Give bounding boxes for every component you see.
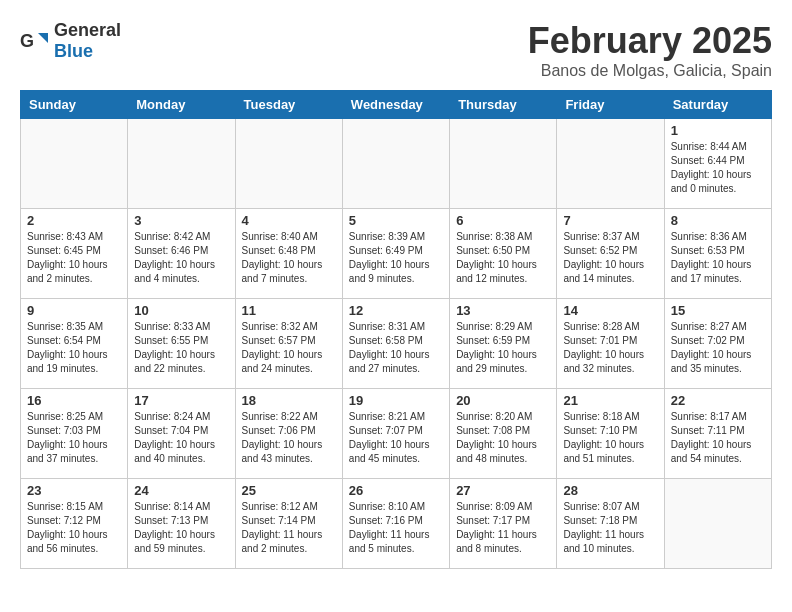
day-number: 5 [349, 213, 443, 228]
header: G General Blue February 2025 Banos de Mo… [20, 20, 772, 80]
calendar-cell: 21Sunrise: 8:18 AM Sunset: 7:10 PM Dayli… [557, 389, 664, 479]
calendar-cell: 5Sunrise: 8:39 AM Sunset: 6:49 PM Daylig… [342, 209, 449, 299]
calendar-cell: 11Sunrise: 8:32 AM Sunset: 6:57 PM Dayli… [235, 299, 342, 389]
calendar-cell: 17Sunrise: 8:24 AM Sunset: 7:04 PM Dayli… [128, 389, 235, 479]
day-info: Sunrise: 8:14 AM Sunset: 7:13 PM Dayligh… [134, 500, 228, 556]
calendar-cell: 7Sunrise: 8:37 AM Sunset: 6:52 PM Daylig… [557, 209, 664, 299]
logo-blue-text: Blue [54, 41, 93, 61]
day-number: 27 [456, 483, 550, 498]
day-info: Sunrise: 8:22 AM Sunset: 7:06 PM Dayligh… [242, 410, 336, 466]
weekday-header-thursday: Thursday [450, 91, 557, 119]
week-row-2: 9Sunrise: 8:35 AM Sunset: 6:54 PM Daylig… [21, 299, 772, 389]
calendar-cell: 16Sunrise: 8:25 AM Sunset: 7:03 PM Dayli… [21, 389, 128, 479]
weekday-header-tuesday: Tuesday [235, 91, 342, 119]
calendar-cell [128, 119, 235, 209]
calendar-cell [235, 119, 342, 209]
week-row-0: 1Sunrise: 8:44 AM Sunset: 6:44 PM Daylig… [21, 119, 772, 209]
day-info: Sunrise: 8:28 AM Sunset: 7:01 PM Dayligh… [563, 320, 657, 376]
day-number: 11 [242, 303, 336, 318]
day-info: Sunrise: 8:25 AM Sunset: 7:03 PM Dayligh… [27, 410, 121, 466]
day-number: 13 [456, 303, 550, 318]
calendar-cell: 1Sunrise: 8:44 AM Sunset: 6:44 PM Daylig… [664, 119, 771, 209]
day-info: Sunrise: 8:27 AM Sunset: 7:02 PM Dayligh… [671, 320, 765, 376]
calendar-subtitle: Banos de Molgas, Galicia, Spain [528, 62, 772, 80]
day-number: 17 [134, 393, 228, 408]
day-number: 1 [671, 123, 765, 138]
day-number: 21 [563, 393, 657, 408]
logo: G General Blue [20, 20, 121, 62]
day-info: Sunrise: 8:37 AM Sunset: 6:52 PM Dayligh… [563, 230, 657, 286]
weekday-header-wednesday: Wednesday [342, 91, 449, 119]
day-number: 2 [27, 213, 121, 228]
day-number: 18 [242, 393, 336, 408]
day-number: 9 [27, 303, 121, 318]
day-number: 19 [349, 393, 443, 408]
calendar-cell: 12Sunrise: 8:31 AM Sunset: 6:58 PM Dayli… [342, 299, 449, 389]
day-number: 7 [563, 213, 657, 228]
day-info: Sunrise: 8:15 AM Sunset: 7:12 PM Dayligh… [27, 500, 121, 556]
calendar-cell [450, 119, 557, 209]
svg-marker-1 [38, 33, 48, 43]
day-info: Sunrise: 8:21 AM Sunset: 7:07 PM Dayligh… [349, 410, 443, 466]
calendar-cell: 23Sunrise: 8:15 AM Sunset: 7:12 PM Dayli… [21, 479, 128, 569]
day-number: 22 [671, 393, 765, 408]
day-info: Sunrise: 8:31 AM Sunset: 6:58 PM Dayligh… [349, 320, 443, 376]
calendar-cell: 25Sunrise: 8:12 AM Sunset: 7:14 PM Dayli… [235, 479, 342, 569]
weekday-header-saturday: Saturday [664, 91, 771, 119]
day-number: 6 [456, 213, 550, 228]
weekday-header-friday: Friday [557, 91, 664, 119]
day-number: 3 [134, 213, 228, 228]
day-info: Sunrise: 8:18 AM Sunset: 7:10 PM Dayligh… [563, 410, 657, 466]
calendar-cell [21, 119, 128, 209]
calendar-cell: 20Sunrise: 8:20 AM Sunset: 7:08 PM Dayli… [450, 389, 557, 479]
week-row-3: 16Sunrise: 8:25 AM Sunset: 7:03 PM Dayli… [21, 389, 772, 479]
day-info: Sunrise: 8:42 AM Sunset: 6:46 PM Dayligh… [134, 230, 228, 286]
calendar-cell [557, 119, 664, 209]
svg-text:G: G [20, 31, 34, 51]
day-info: Sunrise: 8:35 AM Sunset: 6:54 PM Dayligh… [27, 320, 121, 376]
day-number: 12 [349, 303, 443, 318]
calendar-cell: 13Sunrise: 8:29 AM Sunset: 6:59 PM Dayli… [450, 299, 557, 389]
day-info: Sunrise: 8:40 AM Sunset: 6:48 PM Dayligh… [242, 230, 336, 286]
day-info: Sunrise: 8:29 AM Sunset: 6:59 PM Dayligh… [456, 320, 550, 376]
day-info: Sunrise: 8:38 AM Sunset: 6:50 PM Dayligh… [456, 230, 550, 286]
day-number: 16 [27, 393, 121, 408]
calendar-cell: 15Sunrise: 8:27 AM Sunset: 7:02 PM Dayli… [664, 299, 771, 389]
calendar-cell [664, 479, 771, 569]
calendar-cell: 10Sunrise: 8:33 AM Sunset: 6:55 PM Dayli… [128, 299, 235, 389]
calendar-cell: 28Sunrise: 8:07 AM Sunset: 7:18 PM Dayli… [557, 479, 664, 569]
title-area: February 2025 Banos de Molgas, Galicia, … [528, 20, 772, 80]
day-info: Sunrise: 8:39 AM Sunset: 6:49 PM Dayligh… [349, 230, 443, 286]
day-info: Sunrise: 8:20 AM Sunset: 7:08 PM Dayligh… [456, 410, 550, 466]
day-number: 25 [242, 483, 336, 498]
day-number: 8 [671, 213, 765, 228]
weekday-header-sunday: Sunday [21, 91, 128, 119]
calendar-cell: 27Sunrise: 8:09 AM Sunset: 7:17 PM Dayli… [450, 479, 557, 569]
logo-icon: G [20, 29, 50, 53]
day-number: 10 [134, 303, 228, 318]
calendar-cell: 9Sunrise: 8:35 AM Sunset: 6:54 PM Daylig… [21, 299, 128, 389]
day-info: Sunrise: 8:44 AM Sunset: 6:44 PM Dayligh… [671, 140, 765, 196]
calendar-cell [342, 119, 449, 209]
day-number: 14 [563, 303, 657, 318]
day-info: Sunrise: 8:17 AM Sunset: 7:11 PM Dayligh… [671, 410, 765, 466]
day-info: Sunrise: 8:09 AM Sunset: 7:17 PM Dayligh… [456, 500, 550, 556]
day-info: Sunrise: 8:43 AM Sunset: 6:45 PM Dayligh… [27, 230, 121, 286]
weekday-header-row: SundayMondayTuesdayWednesdayThursdayFrid… [21, 91, 772, 119]
day-info: Sunrise: 8:32 AM Sunset: 6:57 PM Dayligh… [242, 320, 336, 376]
calendar-cell: 6Sunrise: 8:38 AM Sunset: 6:50 PM Daylig… [450, 209, 557, 299]
day-number: 28 [563, 483, 657, 498]
day-info: Sunrise: 8:24 AM Sunset: 7:04 PM Dayligh… [134, 410, 228, 466]
day-info: Sunrise: 8:36 AM Sunset: 6:53 PM Dayligh… [671, 230, 765, 286]
day-info: Sunrise: 8:07 AM Sunset: 7:18 PM Dayligh… [563, 500, 657, 556]
calendar-cell: 26Sunrise: 8:10 AM Sunset: 7:16 PM Dayli… [342, 479, 449, 569]
calendar-table: SundayMondayTuesdayWednesdayThursdayFrid… [20, 90, 772, 569]
day-number: 23 [27, 483, 121, 498]
weekday-header-monday: Monday [128, 91, 235, 119]
calendar-cell: 2Sunrise: 8:43 AM Sunset: 6:45 PM Daylig… [21, 209, 128, 299]
calendar-cell: 14Sunrise: 8:28 AM Sunset: 7:01 PM Dayli… [557, 299, 664, 389]
week-row-4: 23Sunrise: 8:15 AM Sunset: 7:12 PM Dayli… [21, 479, 772, 569]
calendar-cell: 3Sunrise: 8:42 AM Sunset: 6:46 PM Daylig… [128, 209, 235, 299]
day-number: 15 [671, 303, 765, 318]
day-number: 4 [242, 213, 336, 228]
